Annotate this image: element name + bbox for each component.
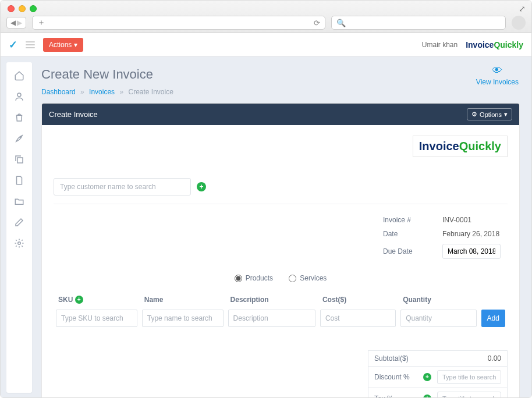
invoice-number-value: INV-0001 [437,214,506,226]
breadcrumb-current: Create Invoice [129,88,173,96]
add-customer-button[interactable]: + [197,182,206,191]
name-header: Name [140,292,226,310]
svg-point-1 [20,137,21,138]
tax-input[interactable] [437,392,501,398]
chevron-down-icon: ▾ [74,41,77,49]
breadcrumb-dashboard[interactable]: Dashboard [41,88,76,96]
chevron-down-icon: ▾ [504,111,508,118]
edit-icon[interactable] [14,217,24,228]
copy-icon[interactable] [14,154,24,165]
actions-label: Actions [49,41,72,49]
company-logo: InvoiceQuickly [413,136,508,157]
expand-icon[interactable]: ⤢ [519,4,526,13]
window-controls [8,5,37,12]
add-tax-button[interactable]: + [423,395,431,398]
options-button[interactable]: ⚙ Options ▾ [467,108,512,120]
due-date-input[interactable] [442,244,501,259]
browser-chrome: ⤢ ◀▶ ＋⟳ 🔍 [1,1,531,33]
add-item-button[interactable]: Add [481,310,505,327]
minimize-window[interactable] [19,5,26,12]
bag-icon[interactable] [14,112,24,123]
sku-input[interactable] [56,310,137,327]
username-label[interactable]: Umair khan [422,41,457,49]
items-table: SKU + Name Description Cost($) Quantity [54,292,508,328]
cost-header: Cost($) [318,292,398,310]
options-label: Options [480,111,502,118]
description-input[interactable] [228,310,315,327]
name-input[interactable] [142,310,224,327]
cost-input[interactable] [320,310,396,327]
maximize-window[interactable] [30,5,37,12]
tax-label: Tax % [374,395,417,398]
add-sku-button[interactable]: + [75,296,83,304]
totals-box: Subtotal($) 0.00 Discount % + Tax % + [368,350,508,398]
view-invoices-link[interactable]: 👁 View Invoices [476,65,519,86]
app-topbar: ✓ Actions▾ Umair khan InvoiceQuickly [1,33,531,56]
services-radio[interactable]: Services [289,274,327,282]
rocket-icon[interactable] [14,133,24,144]
sku-header: SKU [58,296,73,304]
date-value: February 26, 2018 [437,228,506,240]
breadcrumb: Dashboard » Invoices » Create Invoice [41,88,520,96]
app-logo-mark: ✓ [9,38,17,51]
description-header: Description [226,292,318,310]
address-bar[interactable]: ＋⟳ [32,16,325,30]
gear-icon[interactable] [14,238,24,248]
create-invoice-panel: Create Invoice ⚙ Options ▾ InvoiceQuickl… [41,103,520,398]
home-icon[interactable] [14,70,24,81]
quantity-input[interactable] [400,310,476,327]
add-discount-button[interactable]: + [423,373,431,381]
view-invoices-label: View Invoices [476,78,519,86]
subtotal-value: 0.00 [488,354,501,363]
customer-search-input[interactable] [54,178,191,196]
panel-title: Create Invoice [49,110,98,119]
item-row: Add [54,310,508,327]
actions-button[interactable]: Actions▾ [43,38,83,52]
date-label: Date [377,228,435,240]
discount-input[interactable] [437,370,501,384]
svg-point-0 [17,93,21,97]
eye-icon: 👁 [476,65,519,77]
products-radio[interactable]: Products [235,274,273,282]
sidebar [6,62,32,393]
file-icon[interactable] [14,175,24,186]
folder-icon[interactable] [14,196,24,207]
svg-point-3 [18,242,21,245]
nav-back-forward[interactable]: ◀▶ [6,17,26,29]
svg-rect-2 [17,158,23,163]
brand-small: InvoiceQuickly [466,40,523,49]
browser-menu[interactable] [512,16,526,30]
subtotal-label: Subtotal($) [374,354,482,363]
due-date-label: Due Date [377,241,435,261]
close-window[interactable] [8,5,15,12]
breadcrumb-invoices[interactable]: Invoices [89,88,115,96]
page-title: Create New Invoice [41,67,520,82]
quantity-header: Quantity [398,292,478,310]
user-icon[interactable] [14,91,24,102]
discount-label: Discount % [374,373,417,381]
invoice-number-label: Invoice # [377,214,435,226]
cog-icon: ⚙ [471,111,477,118]
menu-icon[interactable] [26,41,35,48]
browser-search[interactable]: 🔍 [331,16,506,30]
